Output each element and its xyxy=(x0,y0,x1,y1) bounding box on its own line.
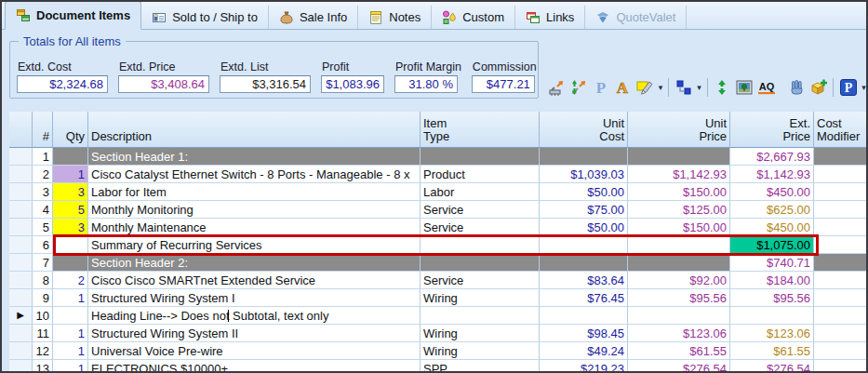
cell-unit-cost[interactable]: $98.45 xyxy=(540,325,628,342)
row-selector[interactable] xyxy=(9,236,33,254)
cell-description[interactable]: Section Header 1: xyxy=(88,148,421,166)
cell-item-type[interactable]: Product xyxy=(421,166,540,183)
highlighter-icon-button[interactable] xyxy=(634,77,656,99)
cell-num[interactable]: 9 xyxy=(33,289,53,307)
cell-item-type[interactable]: Service xyxy=(421,272,540,289)
cell-unit-price[interactable] xyxy=(628,254,730,272)
expand-arrows-icon-button[interactable] xyxy=(568,77,590,99)
row-selector[interactable]: ▶ xyxy=(9,307,33,325)
picture-icon-button[interactable] xyxy=(734,77,755,99)
cell-unit-price[interactable]: $61.55 xyxy=(628,342,730,360)
cell-qty[interactable] xyxy=(53,148,88,166)
cell-unit-cost[interactable]: $83.64 xyxy=(540,272,628,289)
cell-ext-price[interactable]: $740.71 xyxy=(730,254,814,272)
cell-ext-price[interactable]: $1,075.00 xyxy=(730,236,814,254)
cell-cost-modifier[interactable] xyxy=(814,360,867,373)
cell-qty[interactable]: 5 xyxy=(53,201,88,219)
cell-item-type[interactable] xyxy=(421,307,540,325)
row-selector[interactable] xyxy=(9,148,33,166)
fit-columns-icon-button[interactable] xyxy=(546,77,568,99)
cell-cost-modifier[interactable] xyxy=(814,236,867,254)
cell-cost-modifier[interactable] xyxy=(814,148,867,166)
cell-unit-cost[interactable] xyxy=(540,307,628,325)
cell-ext-price[interactable]: $276.54 xyxy=(730,360,814,373)
cell-unit-cost[interactable]: $76.45 xyxy=(540,289,628,307)
cell-cost-modifier[interactable] xyxy=(814,166,867,183)
cell-item-type[interactable]: Service xyxy=(421,201,540,219)
cell-unit-price[interactable]: $276.54 xyxy=(628,360,730,373)
cell-unit-price[interactable] xyxy=(628,148,730,166)
cell-unit-cost[interactable] xyxy=(540,254,628,272)
cell-unit-cost[interactable] xyxy=(540,236,628,254)
cell-qty[interactable]: 2 xyxy=(53,272,88,289)
cell-ext-price[interactable]: $184.00 xyxy=(730,272,814,289)
cell-num[interactable]: 12 xyxy=(33,342,53,360)
tab-links[interactable]: Links xyxy=(515,6,585,29)
cell-description[interactable]: Heading Line--> Does not Subtotal, text … xyxy=(88,307,421,325)
letter-p-icon-button[interactable]: P xyxy=(590,77,611,99)
cell-description[interactable]: Labor for Item xyxy=(88,183,421,201)
cell-cost-modifier[interactable] xyxy=(814,219,867,236)
cell-unit-cost[interactable]: $49.24 xyxy=(540,342,628,360)
cell-item-type[interactable]: Service xyxy=(421,219,540,236)
cell-description[interactable]: ELECTRONICS $10000+ xyxy=(88,360,421,373)
cell-num[interactable]: 2 xyxy=(33,166,53,183)
cell-description[interactable]: Universal Voice Pre-wire xyxy=(88,342,421,360)
letter-a-icon-button[interactable]: A xyxy=(612,77,634,99)
cell-cost-modifier[interactable] xyxy=(814,342,867,360)
cell-description[interactable]: Structured Wiring System II xyxy=(88,325,421,342)
cell-description[interactable]: Section Header 2: xyxy=(88,254,421,272)
cell-ext-price[interactable]: $450.00 xyxy=(730,183,814,201)
cell-description[interactable]: Monthly Maintenance xyxy=(88,219,421,236)
tab-sold-to-ship-to[interactable]: Sold to / Ship to xyxy=(141,6,269,29)
cell-ext-price[interactable]: $61.55 xyxy=(730,342,814,360)
cell-description[interactable]: Monthly Monitoring xyxy=(88,201,421,219)
cell-item-type[interactable] xyxy=(421,254,540,272)
cell-cost-modifier[interactable] xyxy=(814,254,867,272)
aq-icon-button[interactable]: AQ xyxy=(755,77,777,99)
cell-unit-cost[interactable]: $75.00 xyxy=(540,201,628,219)
cell-item-type[interactable] xyxy=(421,236,540,254)
cell-unit-price[interactable]: $123.06 xyxy=(628,325,730,342)
cell-cost-modifier[interactable] xyxy=(814,201,867,219)
cell-ext-price[interactable]: $2,667.93 xyxy=(730,148,814,166)
cell-unit-price[interactable]: $95.56 xyxy=(628,289,730,307)
cell-unit-cost[interactable] xyxy=(540,148,628,166)
cell-unit-price[interactable]: $1,142.93 xyxy=(628,166,730,183)
cell-qty[interactable] xyxy=(53,254,88,272)
row-selector[interactable] xyxy=(9,342,33,360)
cell-ext-price[interactable]: $95.56 xyxy=(730,289,814,307)
cell-num[interactable]: 3 xyxy=(33,183,53,201)
cell-qty[interactable]: 1 xyxy=(53,166,88,183)
cell-unit-price[interactable]: $150.00 xyxy=(628,183,730,201)
cell-item-type[interactable]: Wiring xyxy=(421,289,540,307)
cell-item-type[interactable] xyxy=(421,148,540,166)
cell-unit-cost[interactable]: $50.00 xyxy=(540,219,628,236)
cell-unit-price[interactable]: $92.00 xyxy=(628,272,730,289)
row-selector[interactable] xyxy=(9,219,33,236)
cell-qty[interactable] xyxy=(53,307,88,325)
tab-quotevalet[interactable]: QuoteValet xyxy=(585,6,687,29)
cell-qty[interactable]: 3 xyxy=(53,183,88,201)
cell-item-type[interactable]: Wiring xyxy=(421,325,540,342)
cell-unit-price[interactable]: $125.00 xyxy=(628,201,730,219)
dropdown-arrow-icon[interactable]: ▾ xyxy=(695,83,703,92)
cell-description[interactable]: Structured Wiring System I xyxy=(88,289,421,307)
cell-cost-modifier[interactable] xyxy=(814,307,867,325)
vertical-arrows-icon-button[interactable] xyxy=(712,77,733,99)
cell-ext-price[interactable] xyxy=(730,307,814,325)
cell-num[interactable]: 4 xyxy=(33,201,53,219)
cell-unit-cost[interactable]: $1,039.03 xyxy=(540,166,628,183)
row-selector[interactable] xyxy=(9,289,33,307)
row-selector[interactable] xyxy=(9,325,33,342)
cell-item-type[interactable]: Labor xyxy=(421,183,540,201)
cell-ext-price[interactable]: $123.06 xyxy=(730,325,814,342)
cell-num[interactable]: 8 xyxy=(33,272,53,289)
cell-num[interactable]: 7 xyxy=(33,254,53,272)
cell-ext-price[interactable]: $625.00 xyxy=(730,201,814,219)
package-plus-icon-button[interactable] xyxy=(808,77,830,99)
row-selector[interactable] xyxy=(9,201,33,219)
cell-description[interactable]: Cisco Cisco SMARTnet Extended Service xyxy=(88,272,421,289)
tab-notes[interactable]: Notes xyxy=(358,6,432,29)
p-flag-icon-button[interactable]: P xyxy=(837,77,859,99)
